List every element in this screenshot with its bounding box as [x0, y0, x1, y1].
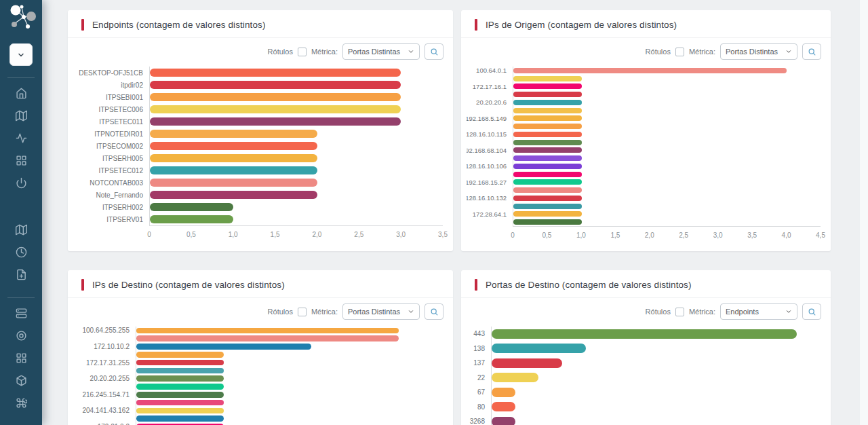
chevron-down-icon	[785, 48, 792, 55]
bar[interactable]	[513, 179, 582, 185]
bar[interactable]	[513, 115, 582, 121]
bar[interactable]	[150, 215, 233, 223]
bar[interactable]	[136, 360, 224, 366]
bar[interactable]	[492, 344, 586, 353]
bar[interactable]	[513, 164, 582, 169]
bar[interactable]	[513, 68, 787, 73]
bar[interactable]	[150, 191, 317, 199]
magnifier-button[interactable]	[425, 303, 443, 320]
metric-select[interactable]: Endpoints	[720, 303, 797, 320]
bar[interactable]	[492, 402, 515, 411]
bar[interactable]	[150, 93, 401, 101]
bar[interactable]	[150, 105, 401, 113]
bar[interactable]	[492, 388, 515, 397]
bar[interactable]	[136, 408, 224, 414]
panel-title: IPs de Destino (contagem de valores dist…	[92, 280, 285, 290]
bar[interactable]	[136, 384, 224, 390]
page-scrollbar[interactable]	[859, 0, 868, 425]
bar-track	[149, 201, 443, 213]
sidebar-item-home[interactable]	[9, 82, 33, 105]
metric-label: Métrica:	[311, 308, 338, 316]
sidebar-item-reports[interactable]	[9, 263, 33, 286]
bar-category-label	[73, 350, 136, 358]
bar[interactable]	[513, 211, 582, 217]
bar[interactable]	[513, 124, 582, 129]
bar-category-label	[467, 218, 513, 226]
panel-header: Endpoints (contagem de valores distintos…	[68, 10, 453, 38]
magnifier-button[interactable]	[425, 43, 443, 60]
sidebar-item-power[interactable]	[9, 172, 33, 194]
bar[interactable]	[513, 92, 582, 97]
bar[interactable]	[513, 172, 582, 177]
server-icon	[16, 308, 27, 319]
bar[interactable]	[136, 375, 224, 382]
bar-track	[491, 385, 821, 400]
map-icon	[16, 224, 27, 236]
bar[interactable]	[136, 368, 224, 374]
bar[interactable]	[150, 69, 401, 77]
bar[interactable]	[150, 166, 317, 174]
bar[interactable]	[150, 179, 317, 187]
x-axis-tick-label: 1,5	[271, 231, 280, 238]
sidebar-item-servers[interactable]	[9, 302, 33, 325]
bar[interactable]	[136, 392, 224, 398]
metric-select[interactable]: Portas Distintas	[342, 43, 420, 60]
labels-checkbox[interactable]	[675, 308, 684, 316]
bar[interactable]	[136, 415, 224, 422]
panel-endpoints: Endpoints (contagem de valores distintos…	[68, 10, 453, 251]
bar[interactable]	[513, 76, 582, 81]
bar[interactable]	[136, 400, 224, 406]
sidebar-item-apps[interactable]	[9, 149, 33, 172]
sidebar-item-map-2[interactable]	[9, 219, 33, 241]
bar[interactable]	[513, 108, 582, 113]
bar[interactable]	[513, 132, 582, 137]
bar[interactable]	[513, 219, 582, 225]
dashboard-grid: Endpoints (contagem de valores distintos…	[68, 10, 831, 425]
bar[interactable]	[513, 187, 582, 193]
sidebar-context-select[interactable]	[9, 43, 33, 66]
sidebar-item-modules[interactable]	[9, 347, 33, 369]
bar[interactable]	[492, 358, 562, 368]
metric-select-value: Endpoints	[726, 308, 759, 316]
labels-checkbox[interactable]	[298, 308, 307, 316]
bar[interactable]	[136, 335, 399, 341]
sidebar-item-command[interactable]	[9, 392, 33, 414]
bar[interactable]	[513, 100, 582, 105]
bar[interactable]	[492, 373, 538, 382]
magnifier-button[interactable]	[802, 43, 821, 60]
bar[interactable]	[150, 154, 317, 162]
bar[interactable]	[513, 196, 582, 201]
bar-category-label: ITPSERV01	[73, 213, 149, 225]
bar[interactable]	[492, 417, 515, 425]
labels-checkbox[interactable]	[675, 48, 684, 56]
sidebar-divider	[7, 297, 35, 298]
labels-checkbox[interactable]	[298, 48, 307, 56]
bar[interactable]	[150, 81, 401, 89]
sidebar-item-history[interactable]	[9, 241, 33, 263]
bar-track	[513, 75, 821, 83]
panel-controls: Rótulos Métrica: Portas Distintas	[68, 38, 453, 61]
bar[interactable]	[136, 328, 399, 334]
metric-select-value: Portas Distintas	[348, 48, 400, 56]
magnifier-button[interactable]	[802, 303, 821, 320]
bar[interactable]	[492, 329, 797, 339]
bar[interactable]	[513, 84, 582, 89]
bar[interactable]	[513, 204, 582, 209]
bar-category-label: 172.28.64.1	[467, 210, 513, 219]
bar[interactable]	[513, 147, 582, 153]
bar[interactable]	[513, 140, 582, 145]
bar[interactable]	[136, 352, 224, 358]
sidebar-item-activity[interactable]	[9, 127, 33, 149]
metric-select[interactable]: Portas Distintas	[342, 303, 420, 320]
bar[interactable]	[150, 142, 317, 150]
bar[interactable]	[136, 344, 311, 350]
sidebar-item-map[interactable]	[9, 105, 33, 127]
bar[interactable]	[150, 203, 233, 211]
bar-track	[149, 67, 443, 79]
sidebar-item-target[interactable]	[9, 325, 33, 347]
metric-select[interactable]: Portas Distintas	[720, 43, 797, 60]
sidebar-item-packages[interactable]	[9, 369, 33, 392]
bar[interactable]	[150, 117, 401, 126]
bar[interactable]	[513, 155, 582, 161]
bar[interactable]	[150, 130, 317, 138]
